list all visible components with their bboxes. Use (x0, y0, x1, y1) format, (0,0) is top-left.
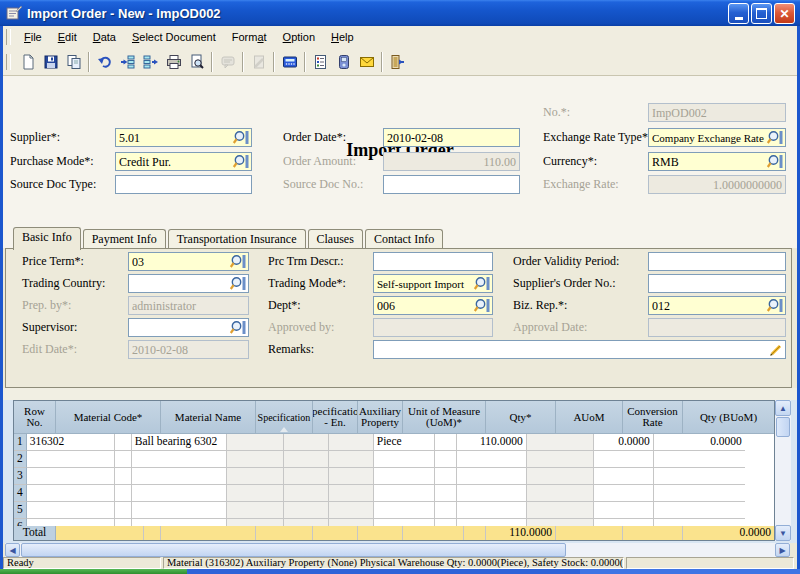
dept-lookup-icon[interactable] (473, 298, 491, 313)
suppliers-order-no-field[interactable] (648, 274, 786, 293)
minimize-button[interactable] (728, 3, 749, 24)
source-doc-no-field[interactable] (383, 175, 520, 194)
menu-select-document[interactable]: Select Document (124, 29, 224, 45)
material-code-sub-cell[interactable] (115, 485, 132, 502)
conversion-rate-cell[interactable] (594, 451, 654, 468)
specification-cell[interactable] (227, 468, 284, 485)
qty-buom-cell[interactable] (654, 502, 745, 519)
uom-cell[interactable] (374, 502, 435, 519)
auxiliary-property-cell[interactable] (329, 468, 374, 485)
calculator-icon[interactable] (278, 51, 301, 73)
material-name-cell[interactable] (132, 502, 227, 519)
material-code-sub-cell[interactable] (115, 451, 132, 468)
material-code-cell[interactable] (27, 502, 115, 519)
new-document-icon[interactable] (16, 51, 39, 73)
material-name-cell[interactable] (132, 485, 227, 502)
auom-cell[interactable] (527, 502, 594, 519)
menu-format[interactable]: Format (224, 29, 275, 45)
menu-help[interactable]: Help (323, 29, 362, 45)
restore-button[interactable] (751, 3, 772, 24)
row-no-cell[interactable]: 5 (14, 502, 27, 519)
auom-cell[interactable] (527, 485, 594, 502)
material-code-sub-cell[interactable] (115, 434, 132, 451)
uom-cell[interactable]: Piece (374, 434, 435, 451)
qty-cell[interactable] (457, 502, 527, 519)
save-icon[interactable] (39, 51, 62, 73)
biz-rep-lookup-icon[interactable] (766, 298, 784, 313)
supervisor-lookup-icon[interactable] (229, 320, 247, 335)
purchase-mode-lookup-icon[interactable] (232, 154, 250, 169)
copy-icon[interactable] (62, 51, 85, 73)
qty-buom-cell[interactable] (654, 468, 745, 485)
tab-payment-info[interactable]: Payment Info (83, 229, 166, 249)
append-row-icon[interactable] (139, 51, 162, 73)
price-term-field[interactable]: 03 (128, 252, 249, 271)
material-code-cell[interactable] (27, 485, 115, 502)
specification-cell[interactable] (227, 451, 284, 468)
biz-rep-field[interactable]: 012 (648, 296, 786, 315)
material-name-cell[interactable] (132, 451, 227, 468)
order-validity-field[interactable] (648, 252, 786, 271)
qty-cell[interactable] (457, 451, 527, 468)
start-button-edge[interactable] (0, 569, 187, 574)
qty-buom-cell[interactable] (654, 451, 745, 468)
currency-lookup-icon[interactable] (766, 154, 784, 169)
uom-cell[interactable] (374, 451, 435, 468)
auom-cell[interactable] (527, 468, 594, 485)
material-code-cell[interactable]: 316302 (27, 434, 115, 451)
specification-cell[interactable] (227, 502, 284, 519)
specification-en-cell[interactable] (284, 485, 329, 502)
conversion-rate-cell[interactable] (594, 502, 654, 519)
specification-cell[interactable] (227, 485, 284, 502)
uom-sub-cell[interactable] (435, 485, 457, 502)
tab-basic-info[interactable]: Basic Info (13, 227, 81, 250)
auom-cell[interactable] (527, 434, 594, 451)
horizontal-scrollbar[interactable]: ◀ ▶ (5, 543, 790, 557)
device-icon[interactable] (332, 51, 355, 73)
material-code-sub-cell[interactable] (115, 502, 132, 519)
trading-country-lookup-icon[interactable] (229, 276, 247, 291)
menu-data[interactable]: Data (85, 29, 124, 45)
auxiliary-property-cell[interactable] (329, 485, 374, 502)
trading-mode-lookup-icon[interactable] (473, 276, 491, 291)
row-no-cell[interactable]: 3 (14, 468, 27, 485)
print-icon[interactable] (162, 51, 185, 73)
supplier-field[interactable]: 5.01 (115, 128, 252, 147)
uom-sub-cell[interactable] (435, 434, 457, 451)
auxiliary-property-cell[interactable] (329, 502, 374, 519)
trading-country-field[interactable] (128, 274, 249, 293)
exchange-rate-type-lookup-icon[interactable] (766, 130, 784, 145)
supervisor-field[interactable] (128, 318, 249, 337)
menu-file[interactable]: File (16, 29, 50, 45)
currency-field[interactable]: RMB (648, 152, 786, 171)
material-name-cell[interactable] (132, 468, 227, 485)
close-button[interactable]: ✕ (774, 3, 795, 24)
specification-en-cell[interactable] (284, 451, 329, 468)
prc-trm-descr-field[interactable] (373, 252, 493, 271)
exchange-rate-type-field[interactable]: Company Exchange Rate (648, 128, 786, 147)
tab-contact-info[interactable]: Contact Info (365, 229, 443, 249)
horizontal-scroll-thumb[interactable] (21, 543, 566, 557)
source-doc-type-field[interactable] (115, 175, 252, 194)
row-no-cell[interactable]: 4 (14, 485, 27, 502)
auxiliary-property-cell[interactable] (329, 434, 374, 451)
remarks-field[interactable] (373, 340, 786, 359)
supplier-lookup-icon[interactable] (232, 130, 250, 145)
vertical-scroll-thumb[interactable] (776, 417, 790, 437)
undo-icon[interactable] (93, 51, 116, 73)
row-no-cell[interactable]: 1 (14, 434, 27, 451)
uom-cell[interactable] (374, 468, 435, 485)
material-code-cell[interactable] (27, 468, 115, 485)
insert-row-icon[interactable] (116, 51, 139, 73)
conversion-rate-cell[interactable]: 0.0000 (594, 434, 654, 451)
conversion-rate-cell[interactable] (594, 485, 654, 502)
qty-buom-cell[interactable]: 0.0000 (654, 434, 745, 451)
uom-sub-cell[interactable] (435, 451, 457, 468)
menu-edit[interactable]: Edit (50, 29, 85, 45)
auom-cell[interactable] (527, 451, 594, 468)
specification-en-cell[interactable] (284, 468, 329, 485)
conversion-rate-cell[interactable] (594, 468, 654, 485)
scroll-up-icon[interactable]: ▲ (775, 400, 791, 416)
mail-icon[interactable] (355, 51, 378, 73)
uom-sub-cell[interactable] (435, 502, 457, 519)
